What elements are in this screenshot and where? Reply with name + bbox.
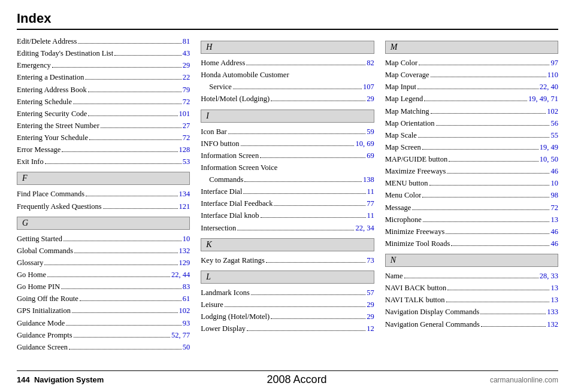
list-item: Glossary129: [17, 257, 190, 268]
entry-text: INFO button: [201, 138, 239, 149]
col1-f-entries: Find Place Commands134Frequently Asked Q…: [17, 189, 190, 211]
entry-text: Icon Bar: [201, 126, 226, 137]
entry-text: Landmark Icons: [201, 287, 250, 298]
entry-text: Guidance Prompts: [17, 330, 72, 341]
entry-page: 133: [547, 306, 558, 317]
entry-dots: [431, 113, 546, 114]
section-h-label: H: [206, 42, 212, 51]
entry-text: Entering the Street Number: [17, 120, 99, 131]
entry-text: Exit Info: [17, 156, 44, 167]
entry-dots: [436, 125, 550, 126]
section-m-label: M: [391, 42, 398, 51]
list-item: Navigation General Commands132: [385, 319, 558, 330]
entry-text: GPS Initialization: [17, 305, 71, 316]
list-item: Find Place Commands134: [17, 189, 190, 199]
entry-dots: [451, 245, 549, 246]
entry-text: Map Screen: [385, 142, 421, 153]
list-item: Hotel/Motel (Lodging)29: [201, 93, 374, 104]
page: Index Edit/Delete Address81Editing Today…: [0, 0, 575, 392]
section-header-m: M: [385, 41, 558, 54]
entry-page: 46: [550, 166, 558, 177]
entry-page: 107: [363, 81, 374, 92]
entry-page: 138: [363, 174, 374, 185]
entry-page: 101: [179, 108, 190, 119]
entry-page: 128: [179, 144, 190, 155]
list-item: Commands138: [201, 174, 374, 185]
list-item: Microphone13: [385, 214, 558, 225]
entry-page: 52, 77: [171, 330, 190, 341]
entry-dots: [412, 209, 549, 210]
entry-text: Maximize Freeways: [385, 166, 446, 177]
footer-center: 2008 Accord: [267, 373, 327, 386]
entry-page: 129: [179, 257, 190, 268]
entry-page: 13: [550, 282, 558, 293]
entry-text: Navigation General Commands: [385, 319, 480, 330]
entry-page: 19, 49: [540, 142, 558, 153]
entry-text: MENU button: [385, 178, 428, 189]
list-item: Exit Info53: [17, 156, 190, 167]
entry-page: 29: [367, 93, 374, 104]
entry-page: 53: [183, 156, 190, 167]
entry-page: 69: [367, 150, 374, 161]
entry-page: 10, 50: [540, 154, 558, 165]
entry-text: Global Commands: [17, 245, 73, 256]
entry-text: Guidance Screen: [17, 342, 68, 353]
list-item: Map Orientation56: [385, 118, 558, 129]
list-item: Map Input22, 40: [385, 81, 558, 92]
entry-text: NAVI BACK button: [385, 282, 447, 293]
entry-page: 10: [550, 178, 558, 189]
entry-page: 19, 49, 71: [528, 93, 558, 104]
entry-dots: [233, 89, 362, 89]
entry-page: 29: [367, 311, 374, 322]
page-title: Index: [17, 11, 558, 26]
entry-dots: [74, 253, 177, 253]
list-item: Going Off the Route61: [17, 293, 190, 304]
section-header-f: F: [17, 172, 190, 185]
list-item: Key to Zagat Ratings73: [201, 255, 374, 266]
entry-dots: [103, 208, 178, 209]
footer: 144 Navigation System 2008 Accord carman…: [17, 370, 558, 386]
entry-text: NAVI TALK button: [385, 294, 445, 305]
columns: Edit/Delete Address81Editing Today's Des…: [17, 36, 558, 366]
section-header-n: N: [385, 254, 558, 267]
entry-dots: [246, 65, 365, 65]
entry-dots: [419, 65, 549, 65]
entry-dots: [274, 205, 365, 206]
entry-dots: [447, 173, 549, 174]
col2-h-entries: Home Address82Honda Automobile CustomerS…: [201, 57, 374, 105]
entry-dots: [101, 127, 181, 128]
entry-page: 46: [550, 226, 558, 237]
entry-text: Leisure: [201, 299, 223, 310]
entry-dots: [446, 233, 549, 234]
list-item: Entering a Destination22: [17, 72, 190, 83]
entry-page: 56: [550, 118, 558, 129]
entry-page: 93: [183, 318, 190, 329]
entry-dots: [78, 43, 181, 44]
list-item: NAVI TALK button13: [385, 294, 558, 305]
entry-dots: [225, 306, 365, 307]
entry-dots: [446, 302, 550, 302]
list-item: Information Screen Voice: [201, 162, 374, 173]
entry-page: 98: [550, 190, 558, 200]
entry-dots: [422, 197, 549, 197]
entry-page: 79: [183, 84, 190, 95]
section-n-label: N: [391, 256, 396, 265]
entry-dots: [243, 193, 365, 194]
entry-dots: [228, 133, 365, 134]
col2: H Home Address82Honda Automobile Custome…: [201, 36, 374, 366]
entry-page: 61: [183, 293, 190, 304]
list-item: Guidance Screen50: [17, 342, 190, 353]
entry-text: Minimize Freeways: [385, 226, 445, 237]
entry-dots: [417, 89, 538, 89]
entry-page: 28, 33: [540, 271, 558, 281]
col1-g-entries: Getting Started10Global Commands132Gloss…: [17, 233, 190, 353]
list-item: NAVI BACK button13: [385, 282, 558, 293]
list-item: Frequently Asked Questions121: [17, 201, 190, 212]
entry-dots: [480, 314, 546, 314]
list-item: Map Scale55: [385, 130, 558, 141]
entry-dots: [63, 241, 181, 241]
list-item: Go Home PIN83: [17, 281, 190, 292]
list-item: Interface Dial11: [201, 186, 374, 197]
entry-text: MAP/GUIDE button: [385, 154, 448, 165]
entry-text: Map Matching: [385, 106, 429, 117]
